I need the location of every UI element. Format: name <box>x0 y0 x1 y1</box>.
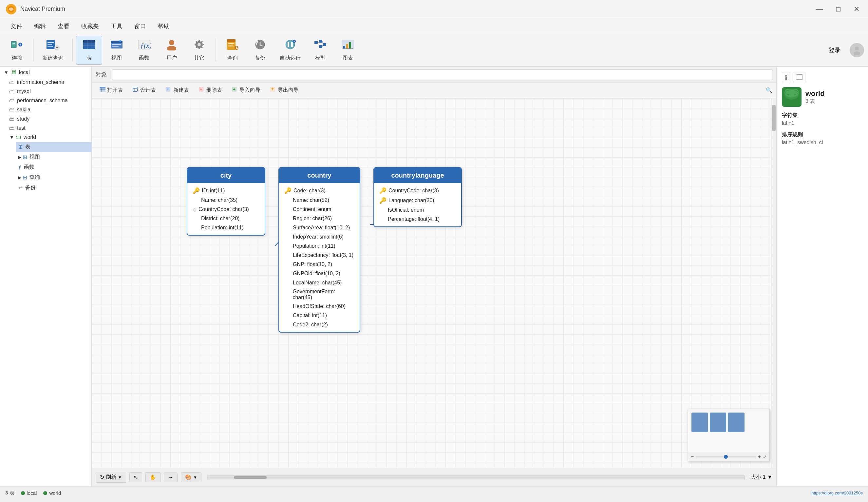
menu-favorites[interactable]: 收藏夹 <box>76 20 104 32</box>
zoom-in-button[interactable]: + <box>758 454 761 460</box>
import-wizard-label: 导入向导 <box>239 87 260 94</box>
user-avatar[interactable] <box>850 43 864 57</box>
er-table-country[interactable]: country 🔑 Code: char(3) Name: char(52) C… <box>278 167 360 332</box>
hand-tool-button[interactable]: ✋ <box>145 472 161 482</box>
sidebar-db-sakila[interactable]: 🗃 sakila <box>7 105 91 114</box>
toolbar-sep-3 <box>216 39 216 62</box>
tab-search-input[interactable] <box>112 70 772 80</box>
toolbar-backup[interactable]: 备份 <box>247 36 273 64</box>
export-wizard-btn[interactable]: 导出向导 <box>266 85 303 95</box>
svg-rect-53 <box>349 42 351 49</box>
toolbar-function[interactable]: ƒ(x) 函数 <box>131 36 157 64</box>
zoom-fit-button[interactable]: ⤢ <box>763 454 767 459</box>
close-button[interactable]: ✕ <box>850 3 863 15</box>
svg-point-23 <box>119 40 121 42</box>
sidebar-db-study[interactable]: 🗃 study <box>7 114 91 124</box>
cl-percentage-label: Percentage: float(4, 1) <box>388 216 440 222</box>
svg-text:+: + <box>19 43 21 47</box>
ddl-button[interactable] <box>793 72 805 83</box>
minimap-table-cl <box>728 412 744 432</box>
zoom-out-button[interactable]: − <box>691 454 694 460</box>
sidebar-world-functions-label: 函数 <box>24 164 34 171</box>
status-dot-green <box>21 491 25 495</box>
sidebar-databases: 🗃 information_schema 🗃 mysql 🗃 performan… <box>0 78 91 193</box>
sidebar-db-sakila-label: sakila <box>17 107 30 113</box>
toolbar-table[interactable]: 表 <box>76 36 102 64</box>
er-table-countrylanguage[interactable]: countrylanguage 🔑 CountryCode: char(3) 🔑… <box>373 167 462 227</box>
world-arrow-icon: ▼ <box>9 134 14 140</box>
h-scrollbar[interactable] <box>207 475 745 479</box>
arrow-tool-button[interactable]: → <box>164 472 177 482</box>
toolbar-new-query[interactable]: + 新建查询 <box>37 36 69 64</box>
db-icon-study: 🗃 <box>9 116 14 122</box>
toolbar-chart[interactable]: 图表 <box>335 36 361 64</box>
toolbar-view[interactable]: 视图 <box>103 36 130 64</box>
city-field-countrycode: ◇ CountryCode: char(3) <box>187 205 265 214</box>
import-wizard-btn[interactable]: 导入向导 <box>228 85 264 95</box>
sidebar-db-test[interactable]: 🗃 test <box>7 124 91 133</box>
sidebar-world-queries-label: 查询 <box>30 174 40 181</box>
cl-field-percentage: Percentage: float(4, 1) <box>374 215 461 224</box>
new-table-btn[interactable]: + 新建表 <box>162 85 193 95</box>
city-field-name: Name: char(35) <box>187 196 265 205</box>
tab-label: 对象 <box>96 71 107 78</box>
city-table-body: 🔑 ID: int(11) Name: char(35) ◇ CountryCo… <box>187 183 265 235</box>
db-icon-test: 🗃 <box>9 125 14 131</box>
open-table-btn[interactable]: 打开表 <box>96 85 127 95</box>
maximize-button[interactable]: □ <box>833 3 844 15</box>
svg-text:+: + <box>56 45 58 50</box>
country-capital-label: Capital: int(11) <box>293 313 327 318</box>
svg-rect-30 <box>227 39 236 42</box>
design-table-btn[interactable]: 设计表 <box>129 85 160 95</box>
functions-icon: ƒ <box>18 164 21 171</box>
sidebar-db-study-label: study <box>17 116 30 122</box>
info-button[interactable]: ℹ <box>782 72 790 83</box>
sidebar-db-world[interactable]: ▼ 🗃 world <box>7 133 91 142</box>
toolbar-autorun[interactable]: ✓ 自动运行 <box>275 36 306 64</box>
toolbar-user[interactable]: 用户 <box>158 36 185 64</box>
toolbar-query[interactable]: ↻ 查询 <box>219 36 246 64</box>
toolbar-table-label: 表 <box>86 55 92 62</box>
color-button[interactable]: 🎨 ▼ <box>181 472 202 482</box>
sidebar-connection-local[interactable]: ▼ 🖥 local <box>0 67 91 78</box>
menu-window[interactable]: 窗口 <box>129 20 151 32</box>
toolbar-other-label: 其它 <box>194 55 204 62</box>
sidebar-world-views[interactable]: ▶ ⊞ 视图 <box>16 152 91 162</box>
menu-help[interactable]: 帮助 <box>153 20 175 32</box>
toolbar-view-label: 视图 <box>111 55 122 62</box>
menu-file[interactable]: 文件 <box>5 20 28 32</box>
country-gnpold-label: GNPOld: float(10, 2) <box>293 271 340 277</box>
menu-edit[interactable]: 编辑 <box>29 20 51 32</box>
toolbar-model[interactable]: 模型 <box>307 36 333 64</box>
sidebar-db-mysql[interactable]: 🗃 mysql <box>7 87 91 96</box>
sidebar-db-performance-schema[interactable]: 🗃 performance_schema <box>7 96 91 105</box>
svg-rect-3 <box>12 43 15 44</box>
color-dropdown-icon: ▼ <box>193 475 197 480</box>
size-label[interactable]: 大小 1 ▼ <box>751 474 772 481</box>
cl-language-label: Language: char(30) <box>389 197 434 204</box>
sidebar-world-functions[interactable]: ƒ 函数 <box>16 162 91 172</box>
toolbar-sep-2 <box>72 39 73 62</box>
svg-rect-22 <box>112 46 118 47</box>
status-table-count: 3 表 <box>5 490 14 496</box>
menu-tools[interactable]: 工具 <box>105 20 128 32</box>
cursor-tool-button[interactable]: ↖ <box>130 472 142 482</box>
sidebar-world-tables[interactable]: ⊞ 表 <box>16 142 91 152</box>
sidebar-world-backups[interactable]: ↩ 备份 <box>16 183 91 193</box>
er-scrollbar-vertical[interactable] <box>771 98 776 468</box>
sidebar-world-queries[interactable]: ▶ ⊞ 查询 <box>16 172 91 183</box>
scroll-thumb-vertical[interactable] <box>772 105 776 131</box>
h-scroll-thumb <box>234 476 267 479</box>
refresh-button[interactable]: ↻ 刷新 ▼ <box>96 472 126 483</box>
menu-view[interactable]: 查看 <box>52 20 75 32</box>
window-controls: — □ ✕ <box>813 3 863 15</box>
zoom-slider[interactable] <box>696 456 756 458</box>
minimize-button[interactable]: — <box>813 3 826 15</box>
cursor-icon: ↖ <box>134 474 138 480</box>
login-button[interactable]: 登录 <box>824 44 846 56</box>
toolbar-other[interactable]: 其它 <box>186 36 212 64</box>
er-table-city[interactable]: city 🔑 ID: int(11) Name: char(35) ◇ Coun… <box>187 167 265 236</box>
delete-table-btn[interactable]: 删除表 <box>195 85 226 95</box>
sidebar-db-information-schema[interactable]: 🗃 information_schema <box>7 78 91 87</box>
toolbar-connect[interactable]: + 连接 <box>4 36 30 64</box>
